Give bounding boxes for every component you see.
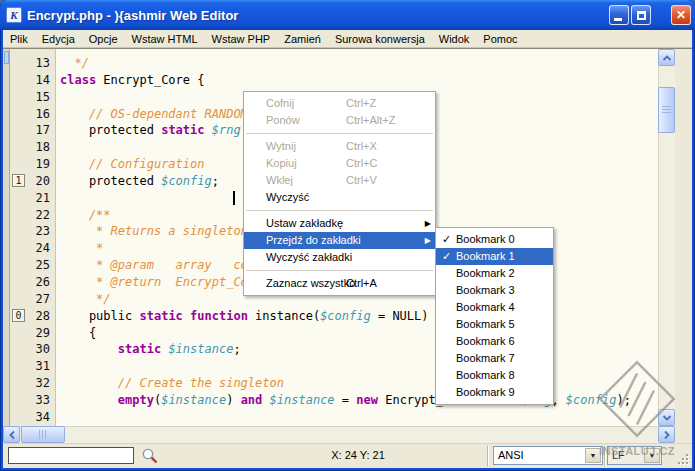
maximize-button[interactable] bbox=[631, 5, 651, 25]
dropdown-arrow-icon[interactable]: ▼ bbox=[585, 448, 601, 463]
line-number: 17 bbox=[10, 122, 50, 139]
line-number: 19 bbox=[10, 156, 50, 173]
line-ending-value: LF bbox=[612, 449, 625, 461]
menubar-item-pomoc[interactable]: Pomoc bbox=[476, 30, 524, 48]
thumb-grip bbox=[39, 430, 47, 439]
line-number: 34 bbox=[10, 409, 50, 426]
menu-item-bookmark-8[interactable]: Bookmark 8 bbox=[436, 367, 553, 384]
menubar-item-opcje[interactable]: Opcje bbox=[82, 30, 125, 48]
scroll-left-button[interactable] bbox=[3, 426, 20, 443]
chevron-left-icon bbox=[8, 430, 16, 440]
menu-item-bookmark-4[interactable]: Bookmark 4 bbox=[436, 299, 553, 316]
line-number: 15 bbox=[10, 89, 50, 106]
line-number: 13 bbox=[10, 55, 50, 72]
app-icon: K bbox=[6, 7, 22, 23]
menubar-item-zamień[interactable]: Zamień bbox=[277, 30, 328, 48]
menu-item-wyczyść[interactable]: Wyczyść bbox=[244, 189, 435, 206]
menu-item-zaznacz-wszystko[interactable]: Zaznacz wszystkoCtrl+A bbox=[244, 275, 435, 292]
menu-item-wklej[interactable]: WklejCtrl+V bbox=[244, 172, 435, 189]
menu-item-bookmark-2[interactable]: Bookmark 2 bbox=[436, 265, 553, 282]
context-menu: CofnijCtrl+ZPonówCtrl+Alt+ZWytnijCtrl+XK… bbox=[243, 91, 436, 296]
menubar-item-edycja[interactable]: Edycja bbox=[35, 30, 82, 48]
statusbar-divider bbox=[487, 446, 489, 466]
scroll-down-button[interactable] bbox=[658, 409, 675, 426]
menu-item-bookmark-7[interactable]: Bookmark 7 bbox=[436, 350, 553, 367]
title-bar[interactable]: K Encrypt.php - ){ashmir Web Editor ✕ bbox=[0, 0, 695, 30]
statusbar-divider bbox=[604, 446, 606, 466]
thumb-grip bbox=[662, 106, 671, 114]
menu-separator bbox=[244, 206, 435, 215]
submenu-arrow-icon: ▶ bbox=[425, 215, 431, 232]
menu-item-bookmark-3[interactable]: Bookmark 3 bbox=[436, 282, 553, 299]
line-number: 21 bbox=[10, 190, 50, 207]
maximize-icon bbox=[637, 11, 646, 20]
cursor-position: X: 24 Y: 21 bbox=[293, 449, 423, 461]
menu-item-wyczyść-zakładki[interactable]: Wyczyść zakładki bbox=[244, 249, 435, 266]
minimize-button[interactable] bbox=[609, 5, 629, 25]
horizontal-scroll-thumb[interactable] bbox=[21, 426, 65, 443]
line-number: 31 bbox=[10, 358, 50, 375]
submenu-arrow-icon: ▶ bbox=[425, 232, 431, 249]
line-number: 29 bbox=[10, 325, 50, 342]
line-number: 26 bbox=[10, 274, 50, 291]
minimize-icon bbox=[614, 18, 622, 21]
menu-item-ustaw-zakładkę[interactable]: Ustaw zakładkę▶ bbox=[244, 215, 435, 232]
line-number: 18 bbox=[10, 139, 50, 156]
menubar-item-plik[interactable]: Plik bbox=[3, 30, 35, 48]
line-ending-select[interactable]: LF ▼ bbox=[607, 446, 662, 465]
app-window: K Encrypt.php - ){ashmir Web Editor ✕ Pl… bbox=[0, 0, 695, 471]
left-splitter[interactable] bbox=[3, 49, 10, 426]
close-button[interactable]: ✕ bbox=[671, 5, 691, 25]
resize-grip[interactable] bbox=[676, 452, 690, 466]
text-caret bbox=[233, 191, 235, 205]
menu-item-bookmark-9[interactable]: Bookmark 9 bbox=[436, 384, 553, 401]
menu-item-bookmark-5[interactable]: Bookmark 5 bbox=[436, 316, 553, 333]
scroll-right-button[interactable] bbox=[658, 426, 675, 443]
menubar-item-surowa-konwersja[interactable]: Surowa konwersja bbox=[328, 30, 432, 48]
bookmark-badge-1[interactable]: 1 bbox=[12, 174, 25, 187]
bookmark-submenu: ✓Bookmark 0✓Bookmark 1Bookmark 2Bookmark… bbox=[435, 227, 554, 405]
menubar-item-wstaw-php[interactable]: Wstaw PHP bbox=[205, 30, 278, 48]
menu-item-wytnij[interactable]: WytnijCtrl+X bbox=[244, 138, 435, 155]
menu-item-cofnij[interactable]: CofnijCtrl+Z bbox=[244, 95, 435, 112]
code-line: */ bbox=[60, 55, 631, 72]
line-number: 22 bbox=[10, 207, 50, 224]
encoding-value: ANSI bbox=[498, 449, 524, 461]
chevron-right-icon bbox=[663, 430, 671, 440]
menu-bar: PlikEdycjaOpcjeWstaw HTMLWstaw PHPZamień… bbox=[3, 30, 692, 48]
menu-separator bbox=[244, 129, 435, 138]
bookmark-badge-0[interactable]: 0 bbox=[12, 309, 25, 322]
search-icon[interactable] bbox=[141, 447, 160, 466]
line-number: 24 bbox=[10, 240, 50, 257]
menu-item-kopiuj[interactable]: KopiujCtrl+C bbox=[244, 155, 435, 172]
gutter: 1314151617181920212223242526272829303132… bbox=[10, 49, 56, 426]
menubar-item-wstaw-html[interactable]: Wstaw HTML bbox=[125, 30, 205, 48]
line-number: 33 bbox=[10, 392, 50, 409]
close-icon: ✕ bbox=[676, 9, 686, 21]
code-line: class Encrypt_Core { bbox=[60, 72, 631, 89]
horizontal-scrollbar[interactable] bbox=[3, 426, 675, 443]
splitter-handle[interactable] bbox=[4, 51, 9, 64]
line-number: 16 bbox=[10, 106, 50, 123]
menu-item-przejdź-do-zakładki[interactable]: Przejdź do zakładki▶ bbox=[244, 232, 435, 249]
encoding-select[interactable]: ANSI ▼ bbox=[493, 446, 603, 465]
menu-item-ponów[interactable]: PonówCtrl+Alt+Z bbox=[244, 112, 435, 129]
code-line bbox=[60, 409, 631, 426]
vertical-scrollbar[interactable] bbox=[658, 49, 675, 426]
dropdown-arrow-icon[interactable]: ▼ bbox=[644, 448, 660, 463]
window-title: Encrypt.php - ){ashmir Web Editor bbox=[27, 8, 689, 23]
checkmark-icon: ✓ bbox=[442, 248, 456, 265]
line-number: 25 bbox=[10, 257, 50, 274]
menu-item-bookmark-0[interactable]: ✓Bookmark 0 bbox=[436, 231, 553, 248]
menu-item-bookmark-1[interactable]: ✓Bookmark 1 bbox=[436, 248, 553, 265]
checkmark-icon: ✓ bbox=[442, 231, 456, 248]
vertical-scroll-thumb[interactable] bbox=[658, 87, 675, 133]
menu-item-bookmark-6[interactable]: Bookmark 6 bbox=[436, 333, 553, 350]
chevron-down-icon bbox=[662, 414, 672, 422]
find-input[interactable] bbox=[8, 447, 134, 464]
gutter-numbers: 1314151617181920212223242526272829303132… bbox=[10, 55, 50, 426]
chevron-up-icon bbox=[662, 54, 672, 62]
menubar-item-widok[interactable]: Widok bbox=[432, 30, 477, 48]
scrollbar-corner bbox=[675, 426, 692, 443]
scroll-up-button[interactable] bbox=[658, 49, 675, 66]
